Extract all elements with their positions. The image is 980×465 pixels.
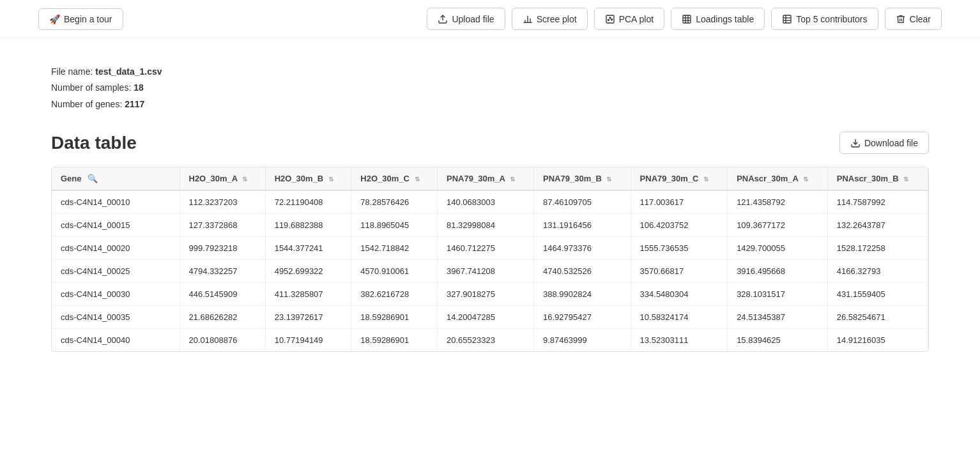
svg-rect-14 — [783, 15, 791, 23]
svg-rect-9 — [683, 15, 691, 23]
sort-icon[interactable]: ⇅ — [803, 176, 808, 183]
gene-cell: cds-C4N14_00025 — [52, 260, 180, 283]
file-name-row: File name: test_data_1.csv — [51, 64, 929, 80]
col-pnascr-30m-b: PNAscr_30m_B ⇅ — [827, 167, 928, 190]
col-h2o-30m-b: H2O_30m_B ⇅ — [265, 167, 351, 190]
center-toolbar: Upload file Scree plot — [427, 8, 878, 30]
value-cell: 9.87463999 — [534, 329, 631, 352]
value-cell: 13.52303111 — [631, 329, 728, 352]
value-cell: 431.1559405 — [827, 283, 928, 306]
data-table: Gene 🔍 H2O_30m_A ⇅ H2O_30m_B ⇅ H2O_30m_C… — [52, 167, 928, 351]
samples-row: Number of samples: 18 — [51, 80, 929, 96]
col-pna79-30m-c: PNA79_30m_C ⇅ — [631, 167, 728, 190]
table-row: cds-C4N14_00015127.3372868119.6882388118… — [52, 214, 928, 237]
gene-cell: cds-C4N14_00040 — [52, 329, 180, 352]
value-cell: 15.8394625 — [728, 329, 828, 352]
toolbar: 🚀 Begin a tour Upload file — [0, 0, 980, 38]
sort-icon[interactable]: ⇅ — [903, 176, 908, 183]
bar-chart-icon — [523, 13, 533, 24]
samples-value: 18 — [134, 82, 144, 93]
value-cell: 1555.736535 — [631, 237, 728, 260]
value-cell: 127.3372868 — [180, 214, 265, 237]
value-cell: 4740.532526 — [534, 260, 631, 283]
value-cell: 18.59286901 — [351, 306, 438, 329]
col-pna79-30m-b: PNA79_30m_B ⇅ — [534, 167, 631, 190]
gene-cell: cds-C4N14_00010 — [52, 190, 180, 214]
col-pna79-30m-a: PNA79_30m_A ⇅ — [438, 167, 534, 190]
genes-value: 2117 — [125, 99, 144, 109]
table-row: cds-C4N14_0004020.0180887610.7719414918.… — [52, 329, 928, 352]
value-cell: 3916.495668 — [728, 260, 828, 283]
value-cell: 87.46109705 — [534, 190, 631, 214]
table-row: cds-C4N14_00010112.323720372.2119040878.… — [52, 190, 928, 214]
value-cell: 119.6882388 — [265, 214, 351, 237]
value-cell: 18.59286901 — [351, 329, 438, 352]
top5-label: Top 5 contributors — [796, 14, 867, 24]
loadings-table-label: Loadings table — [696, 14, 754, 24]
sort-icon[interactable]: ⇅ — [242, 176, 247, 183]
value-cell: 388.9902824 — [534, 283, 631, 306]
svg-point-7 — [609, 17, 611, 19]
value-cell: 4794.332257 — [180, 260, 265, 283]
value-cell: 446.5145909 — [180, 283, 265, 306]
sort-icon[interactable]: ⇅ — [606, 176, 611, 183]
rocket-icon: 🚀 — [49, 14, 60, 24]
value-cell: 14.91216035 — [827, 329, 928, 352]
download-file-button[interactable]: Download file — [839, 132, 929, 154]
genes-label: Number of genes: — [51, 99, 122, 109]
table-row: cds-C4N14_00020999.79232181544.377241154… — [52, 237, 928, 260]
value-cell: 4952.699322 — [265, 260, 351, 283]
value-cell: 26.58254671 — [827, 306, 928, 329]
value-cell: 117.003617 — [631, 190, 728, 214]
pca-plot-label: PCA plot — [619, 14, 654, 24]
sort-icon[interactable]: ⇅ — [703, 176, 708, 183]
value-cell: 411.3285807 — [265, 283, 351, 306]
gene-cell: cds-C4N14_00015 — [52, 214, 180, 237]
value-cell: 16.92795427 — [534, 306, 631, 329]
value-cell: 14.20047285 — [438, 306, 534, 329]
data-table-title: Data table — [51, 133, 137, 153]
genes-row: Number of genes: 2117 — [51, 96, 929, 112]
pca-plot-button[interactable]: PCA plot — [594, 8, 664, 30]
file-info: File name: test_data_1.csv Number of sam… — [51, 64, 929, 112]
col-h2o-30m-c: H2O_30m_C ⇅ — [351, 167, 438, 190]
value-cell: 20.65523323 — [438, 329, 534, 352]
value-cell: 10.58324174 — [631, 306, 728, 329]
value-cell: 24.51345387 — [728, 306, 828, 329]
svg-rect-5 — [606, 15, 614, 23]
top5-contributors-button[interactable]: Top 5 contributors — [771, 8, 878, 30]
begin-tour-button[interactable]: 🚀 Begin a tour — [38, 8, 123, 30]
value-cell: 382.6216728 — [351, 283, 438, 306]
value-cell: 140.0683003 — [438, 190, 534, 214]
loadings-table-button[interactable]: Loadings table — [671, 8, 765, 30]
value-cell: 1429.700055 — [728, 237, 828, 260]
svg-point-8 — [611, 19, 612, 20]
search-icon[interactable]: 🔍 — [88, 174, 98, 183]
gene-cell: cds-C4N14_00030 — [52, 283, 180, 306]
table-header-row: Gene 🔍 H2O_30m_A ⇅ H2O_30m_B ⇅ H2O_30m_C… — [52, 167, 928, 190]
value-cell: 72.21190408 — [265, 190, 351, 214]
table-row: cds-C4N14_00030446.5145909411.3285807382… — [52, 283, 928, 306]
value-cell: 10.77194149 — [265, 329, 351, 352]
table-row: cds-C4N14_000254794.3322574952.699322457… — [52, 260, 928, 283]
upload-file-button[interactable]: Upload file — [427, 8, 505, 30]
sort-icon[interactable]: ⇅ — [328, 176, 333, 183]
clear-label: Clear — [910, 14, 931, 24]
col-gene-label: Gene — [61, 174, 82, 183]
file-name-label: File name: — [51, 66, 93, 77]
value-cell: 3967.741208 — [438, 260, 534, 283]
begin-tour-label: Begin a tour — [64, 14, 112, 24]
upload-file-label: Upload file — [452, 14, 494, 24]
value-cell: 1544.377241 — [265, 237, 351, 260]
value-cell: 1542.718842 — [351, 237, 438, 260]
clear-button[interactable]: Clear — [885, 8, 942, 30]
gene-cell: cds-C4N14_00035 — [52, 306, 180, 329]
sort-icon[interactable]: ⇅ — [510, 176, 515, 183]
table-row: cds-C4N14_0003521.6862628223.1397261718.… — [52, 306, 928, 329]
value-cell: 327.9018275 — [438, 283, 534, 306]
value-cell: 23.13972617 — [265, 306, 351, 329]
value-cell: 132.2643787 — [827, 214, 928, 237]
value-cell: 334.5480304 — [631, 283, 728, 306]
sort-icon[interactable]: ⇅ — [415, 176, 420, 183]
scree-plot-button[interactable]: Scree plot — [512, 8, 588, 30]
